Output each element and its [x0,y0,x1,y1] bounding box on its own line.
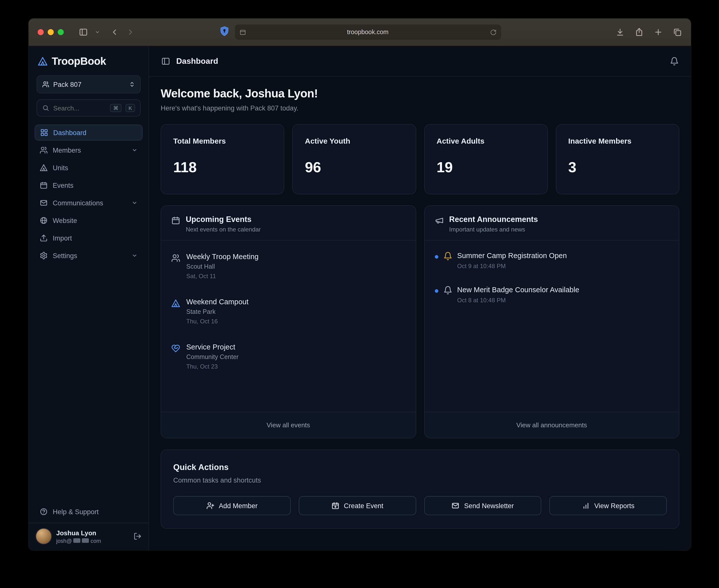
search-box[interactable]: ⌘ K [37,100,141,117]
mail-icon [452,502,460,510]
page-title: Dashboard [176,57,218,66]
event-item[interactable]: Weekly Troop Meeting Scout Hall Sat, Oct… [171,244,405,289]
announcement-time: Oct 9 at 10:48 PM [457,262,567,270]
stat-value: 96 [305,159,404,176]
tent-logo-icon [38,56,48,66]
page-header: Dashboard [149,46,691,77]
user-account-row[interactable]: Joshua Lyon josh@ com [29,523,149,550]
stat-label: Active Adults [437,136,535,145]
forward-button-icon[interactable] [126,28,135,37]
event-location: Community Center [186,354,238,360]
sidebar-item-dashboard[interactable]: Dashboard [35,125,143,141]
button-label: Send Newsletter [464,502,514,509]
nav-label: Members [53,146,81,154]
panel-title: Upcoming Events [186,215,261,224]
help-label: Help & Support [53,508,99,516]
pack-selector[interactable]: Pack 807 [37,75,141,93]
event-item[interactable]: Service Project Community Center Thu, Oc… [171,334,405,379]
upload-icon [40,234,48,242]
stat-value: 118 [173,159,272,176]
view-all-announcements-link[interactable]: View all announcements [424,412,679,438]
bar-chart-icon [582,502,590,510]
panel-left-icon[interactable] [161,57,170,66]
desktop: troopbook.com [0,0,719,588]
sidebar-item-import[interactable]: Import [35,230,143,246]
users-icon [171,254,180,280]
megaphone-icon [435,216,444,233]
browser-toolbar: troopbook.com [29,19,691,46]
upcoming-events-panel: Upcoming Events Next events on the calen… [161,205,416,438]
share-icon[interactable] [635,28,644,37]
stat-card-active-adults: Active Adults 19 [424,124,548,194]
nav-label: Dashboard [53,129,86,136]
reload-icon[interactable] [490,29,496,36]
sidebar-dropdown-chevron-icon[interactable] [95,29,100,35]
nav-label: Events [53,182,73,189]
help-support-link[interactable]: Help & Support [29,503,149,523]
browser-window: troopbook.com [29,19,691,550]
recent-announcements-panel: Recent Announcements Important updates a… [424,205,679,438]
send-newsletter-button[interactable]: Send Newsletter [424,496,542,515]
zoom-window-button[interactable] [58,29,64,35]
minimize-window-button[interactable] [48,29,54,35]
nav-label: Settings [53,252,77,259]
announcement-item[interactable]: Summer Camp Registration Open Oct 9 at 1… [435,244,669,278]
button-label: View Reports [594,502,634,509]
gear-icon [40,252,48,259]
dashboard-grid-icon [40,129,48,136]
browser-sidebar-toggle-icon[interactable] [79,28,88,37]
add-member-button[interactable]: Add Member [173,496,291,515]
announcement-title: New Merit Badge Counselor Available [457,286,579,294]
extension-shield-icon[interactable] [219,26,230,39]
announcement-item[interactable]: New Merit Badge Counselor Available Oct … [435,278,669,312]
main-area: Dashboard Welcome back, Joshua Lyon! Her… [149,46,691,550]
view-reports-button[interactable]: View Reports [550,496,667,515]
stat-value: 19 [437,159,535,176]
event-date: Thu, Oct 23 [186,363,238,370]
close-window-button[interactable] [38,29,44,35]
view-all-events-link[interactable]: View all events [161,412,416,438]
pack-selector-label: Pack 807 [53,81,82,88]
event-title: Service Project [186,343,238,351]
create-event-button[interactable]: Create Event [299,496,416,515]
heart-handshake-icon [171,344,180,370]
logout-icon[interactable] [133,532,142,540]
sidebar-nav: Dashboard Members [29,125,149,264]
page-settings-icon[interactable] [239,29,246,36]
sidebar-item-members[interactable]: Members [35,142,143,158]
redacted-block [73,538,81,543]
new-tab-icon[interactable] [654,28,663,37]
address-bar[interactable]: troopbook.com [235,25,501,40]
chevron-down-icon [131,200,138,206]
event-item[interactable]: Weekend Campout State Park Thu, Oct 16 [171,289,405,334]
panel-subtitle: Important updates and news [449,226,538,233]
sidebar-item-units[interactable]: Units [35,160,143,176]
announcement-time: Oct 8 at 10:48 PM [457,297,579,304]
globe-icon [40,216,48,225]
user-name: Joshua Lyon [56,529,129,537]
tab-overview-icon[interactable] [673,28,682,37]
notifications-bell-icon[interactable] [670,57,679,66]
tent-icon [171,299,180,325]
search-input[interactable] [53,104,106,112]
sidebar-item-settings[interactable]: Settings [35,248,143,264]
calendar-icon [171,216,180,233]
sidebar-item-website[interactable]: Website [35,212,143,229]
downloads-icon[interactable] [616,28,625,37]
stat-cards: Total Members 118 Active Youth 96 Active… [161,124,679,194]
sidebar-item-communications[interactable]: Communications [35,195,143,211]
back-button-icon[interactable] [110,28,119,37]
stat-label: Inactive Members [568,136,667,145]
chevron-down-icon [131,147,138,153]
redacted-block [82,538,89,543]
chevrons-up-down-icon [129,81,135,87]
event-location: Scout Hall [186,263,259,270]
kbd-cmd: ⌘ [110,104,122,112]
search-icon [42,104,49,111]
bell-icon [443,286,452,295]
sidebar-item-events[interactable]: Events [35,177,143,193]
unread-dot [435,255,438,258]
bell-icon [443,252,452,260]
stat-label: Active Youth [305,136,404,145]
members-users-icon [40,146,48,154]
